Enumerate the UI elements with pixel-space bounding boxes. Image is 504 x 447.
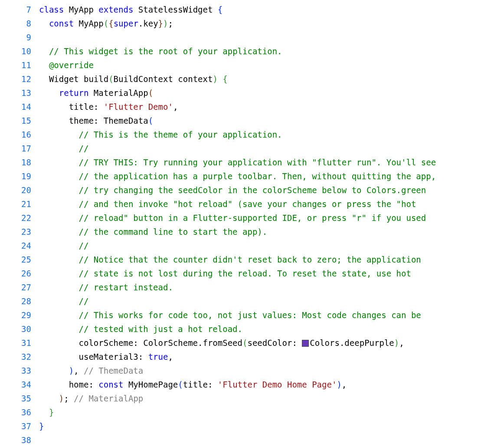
- code-line[interactable]: // TRY THIS: Try running your applicatio…: [39, 155, 504, 169]
- code-line[interactable]: theme: ThemeData(: [39, 114, 504, 128]
- code-token: [39, 185, 79, 195]
- code-line[interactable]: }: [39, 405, 504, 419]
- code-token: MyHomePage: [128, 380, 178, 389]
- code-line[interactable]: // the application has a purple toolbar.…: [39, 169, 504, 183]
- code-line[interactable]: }: [39, 419, 504, 433]
- code-line[interactable]: ); // MaterialApp: [39, 391, 504, 405]
- code-token: // the application has a purple toolbar.…: [79, 171, 436, 181]
- code-area[interactable]: class MyApp extends StatelessWidget { co…: [39, 0, 504, 447]
- line-number: 20: [0, 183, 31, 197]
- code-line[interactable]: // try changing the seedColor in the col…: [39, 183, 504, 197]
- code-token: [39, 60, 49, 70]
- line-number: 27: [0, 280, 31, 294]
- code-token: {: [223, 74, 227, 84]
- code-line[interactable]: // tested with just a hot reload.: [39, 322, 504, 336]
- code-token: // try changing the seedColor in the col…: [79, 185, 426, 195]
- code-token: (: [108, 74, 113, 84]
- code-token: super: [114, 19, 138, 28]
- code-token: title:: [39, 102, 104, 112]
- code-token: //: [79, 241, 89, 250]
- line-number: 28: [0, 294, 31, 308]
- code-token: }: [39, 421, 44, 431]
- code-token: ;: [168, 19, 173, 28]
- code-line[interactable]: //: [39, 294, 504, 308]
- code-token: [39, 283, 79, 292]
- code-token: ,: [342, 380, 347, 389]
- code-token: colorScheme: ColorScheme.fromSeed: [39, 338, 242, 348]
- code-line[interactable]: // the command line to start the app).: [39, 225, 504, 239]
- code-token: (: [148, 88, 153, 98]
- code-line[interactable]: [39, 433, 504, 447]
- code-line[interactable]: // state is not lost during the reload. …: [39, 266, 504, 280]
- code-line[interactable]: Widget build(BuildContext context) {: [39, 72, 504, 86]
- line-number: 17: [0, 141, 31, 155]
- code-token: // Notice that the counter didn't reset …: [79, 255, 421, 264]
- code-token: ,: [74, 366, 84, 375]
- line-number: 22: [0, 211, 31, 225]
- code-token: ): [213, 74, 217, 84]
- code-line[interactable]: return MaterialApp(: [39, 86, 504, 100]
- code-token: [39, 88, 59, 98]
- code-line[interactable]: // This is the theme of your application…: [39, 128, 504, 141]
- code-line[interactable]: ), // ThemeData: [39, 364, 504, 378]
- code-token: // This works for code too, not just val…: [79, 310, 421, 320]
- code-token: // tested with just a hot reload.: [79, 324, 243, 334]
- line-number: 29: [0, 308, 31, 322]
- code-line[interactable]: //: [39, 239, 504, 253]
- code-token: Widget build: [39, 74, 108, 84]
- code-token: [39, 269, 79, 278]
- code-line[interactable]: useMaterial3: true,: [39, 350, 504, 364]
- code-line[interactable]: // and then invoke "hot reload" (save yo…: [39, 197, 504, 211]
- code-line[interactable]: // Notice that the counter didn't reset …: [39, 253, 504, 266]
- code-line[interactable]: @override: [39, 58, 504, 72]
- line-number: 23: [0, 225, 31, 239]
- code-token: ;: [64, 394, 74, 403]
- line-number: 7: [0, 3, 31, 16]
- code-line[interactable]: // reload" button in a Flutter-supported…: [39, 211, 504, 225]
- code-line[interactable]: [39, 30, 504, 44]
- code-line[interactable]: const MyApp({super.key});: [39, 16, 504, 30]
- code-token: ,: [399, 338, 404, 348]
- code-token: ,: [168, 352, 173, 362]
- code-token: [39, 158, 79, 167]
- line-number: 36: [0, 405, 31, 419]
- code-token: (: [178, 380, 183, 389]
- code-token: MyApp: [79, 19, 104, 28]
- line-number: 38: [0, 433, 31, 447]
- code-token: seedColor:: [247, 338, 302, 348]
- code-line[interactable]: //: [39, 141, 504, 155]
- code-token: .key: [138, 19, 158, 28]
- code-line[interactable]: title: 'Flutter Demo',: [39, 100, 504, 114]
- line-number: 12: [0, 72, 31, 86]
- code-token: const: [98, 380, 128, 389]
- code-line[interactable]: colorScheme: ColorScheme.fromSeed(seedCo…: [39, 336, 504, 350]
- code-line[interactable]: // restart instead.: [39, 280, 504, 294]
- code-line[interactable]: // This widget is the root of your appli…: [39, 44, 504, 58]
- line-number: 32: [0, 350, 31, 364]
- line-number: 31: [0, 336, 31, 350]
- code-token: [39, 296, 79, 306]
- line-number: 26: [0, 266, 31, 280]
- code-token: home:: [39, 380, 98, 389]
- code-token: ,: [173, 102, 178, 112]
- code-token: [39, 46, 49, 56]
- code-token: [39, 408, 49, 417]
- code-line[interactable]: // This works for code too, not just val…: [39, 308, 504, 322]
- code-token: ): [163, 19, 168, 28]
- code-token: {: [218, 5, 223, 14]
- code-token: const: [49, 19, 79, 28]
- code-editor[interactable]: 7891011121314151617181920212223242526272…: [0, 0, 504, 447]
- code-token: // TRY THIS: Try running your applicatio…: [79, 158, 436, 167]
- line-number: 33: [0, 364, 31, 378]
- line-number: 13: [0, 86, 31, 100]
- code-token: [39, 19, 49, 28]
- code-line[interactable]: class MyApp extends StatelessWidget {: [39, 3, 504, 16]
- code-token: [218, 74, 223, 84]
- line-number: 18: [0, 155, 31, 169]
- line-number: 19: [0, 169, 31, 183]
- code-token: [39, 255, 79, 264]
- code-token: [39, 366, 69, 375]
- line-number: 10: [0, 44, 31, 58]
- code-token: [39, 171, 79, 181]
- code-line[interactable]: home: const MyHomePage(title: 'Flutter D…: [39, 378, 504, 391]
